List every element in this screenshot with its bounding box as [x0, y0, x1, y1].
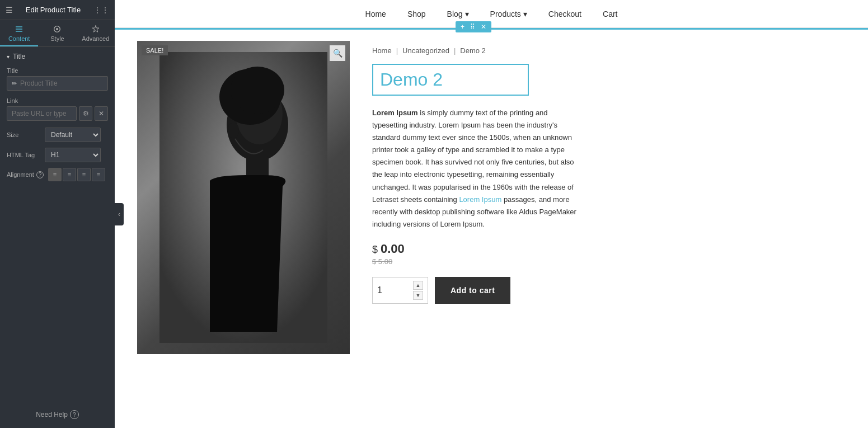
grid-icon[interactable]: ⋮⋮	[93, 6, 109, 15]
svg-point-7	[231, 67, 284, 114]
link-remove-btn[interactable]: ✕	[95, 106, 108, 121]
old-price: $ 5.00	[372, 257, 846, 266]
nav-shop[interactable]: Shop	[405, 10, 428, 18]
title-field: Title ✏	[0, 65, 115, 95]
breadcrumb-sep-2: |	[454, 46, 456, 55]
add-to-cart-row: 1 ▲ ▼ Add to cart	[372, 277, 846, 304]
title-label: Title	[7, 67, 108, 74]
nav-home[interactable]: Home	[363, 10, 388, 18]
title-input[interactable]	[20, 79, 103, 87]
bar-plus-btn[interactable]: +	[459, 22, 466, 31]
qty-increment-btn[interactable]: ▲	[413, 281, 423, 290]
svg-point-1	[56, 28, 58, 30]
align-left-btn[interactable]: ≡	[48, 168, 62, 181]
product-image	[137, 41, 350, 354]
product-image-area: SALE! 🔍	[137, 41, 350, 417]
tab-advanced[interactable]: Advanced	[77, 20, 115, 46]
quantity-stepper: 1 ▲ ▼	[372, 277, 428, 304]
tab-content[interactable]: Content	[0, 20, 38, 46]
blue-bar-controls: + ⠿ ✕	[456, 21, 491, 32]
breadcrumb-sep-1: |	[396, 46, 398, 55]
need-help[interactable]: Need Help ?	[0, 401, 115, 428]
nav-checkout[interactable]: Checkout	[546, 10, 584, 18]
product-title-box[interactable]: Demo 2	[372, 64, 529, 96]
nav-cart[interactable]: Cart	[600, 10, 620, 18]
qty-spinners: ▲ ▼	[413, 281, 423, 300]
sidebar-header: ☰ Edit Product Title ⋮⋮	[0, 0, 115, 20]
page-content: SALE! 🔍	[115, 30, 868, 428]
lorem-link[interactable]: Lorem Ipsum	[459, 195, 501, 204]
qty-decrement-btn[interactable]: ▼	[413, 291, 423, 300]
help-icon: ?	[70, 410, 79, 419]
breadcrumb: Home | Uncategorized | Demo 2	[372, 46, 846, 55]
section-title[interactable]: ▾ Title	[0, 47, 115, 65]
title-input-wrapper: ✏	[7, 76, 108, 91]
align-right-btn[interactable]: ≡	[77, 168, 91, 181]
bar-close-btn[interactable]: ✕	[479, 22, 488, 31]
hamburger-icon[interactable]: ☰	[6, 6, 13, 15]
size-select[interactable]: Default	[45, 128, 101, 142]
product-title: Demo 2	[380, 69, 521, 90]
nav-blog[interactable]: Blog ▾	[445, 10, 471, 18]
size-row: Size Default	[0, 125, 115, 145]
link-input-wrapper	[7, 106, 77, 121]
align-justify-btn[interactable]: ≡	[92, 168, 105, 181]
sale-badge: SALE!	[142, 45, 168, 55]
size-label: Size	[7, 131, 40, 138]
pencil-icon: ✏	[12, 80, 17, 87]
html-tag-select[interactable]: H1	[45, 148, 101, 162]
alignment-info-icon: ?	[36, 171, 44, 178]
sidebar: ☰ Edit Product Title ⋮⋮ Content Style Ad…	[0, 0, 115, 428]
bar-move-btn[interactable]: ⠿	[468, 22, 477, 31]
breadcrumb-category[interactable]: Uncategorized	[402, 46, 449, 55]
breadcrumb-current: Demo 2	[460, 46, 486, 55]
align-buttons: ≡ ≡ ≡ ≡	[48, 168, 105, 181]
price-row: $ 0.00 $ 5.00	[372, 242, 846, 266]
sidebar-tabs: Content Style Advanced	[0, 20, 115, 47]
description-strong: Lorem Ipsum	[372, 109, 418, 117]
blog-dropdown-icon: ▾	[465, 10, 469, 18]
link-input[interactable]	[12, 110, 72, 117]
top-nav: Home Shop Blog ▾ Products ▾ Checkout Car…	[115, 0, 868, 28]
product-description: Lorem Ipsum is simply dummy text of the …	[372, 107, 585, 231]
blue-bar: + ⠿ ✕	[115, 28, 868, 30]
breadcrumb-home[interactable]: Home	[372, 46, 392, 55]
html-tag-row: HTML Tag H1	[0, 145, 115, 166]
price-value: 0.00	[381, 242, 405, 256]
link-input-row: ⚙ ✕	[7, 106, 108, 121]
products-dropdown-icon: ▾	[523, 10, 527, 18]
sidebar-title: Edit Product Title	[26, 6, 81, 14]
qty-value: 1	[377, 285, 382, 295]
collapse-sidebar-btn[interactable]: ‹	[115, 203, 124, 225]
product-info-area: Home | Uncategorized | Demo 2 Demo 2 Lor…	[372, 41, 846, 417]
alignment-row: Alignment ? ≡ ≡ ≡ ≡	[0, 166, 115, 186]
dollar-sign: $	[372, 244, 381, 255]
main-content: Home Shop Blog ▾ Products ▾ Checkout Car…	[115, 0, 868, 428]
link-field: Link ⚙ ✕	[0, 95, 115, 125]
alignment-label: Alignment ?	[7, 171, 44, 178]
add-to-cart-button[interactable]: Add to cart	[435, 277, 510, 304]
html-tag-label: HTML Tag	[7, 152, 40, 158]
svg-point-8	[228, 123, 239, 138]
section-arrow: ▾	[7, 54, 10, 60]
link-label: Link	[7, 97, 108, 104]
current-price: $ 0.00	[372, 242, 846, 256]
link-settings-btn[interactable]: ⚙	[79, 106, 92, 121]
tab-style[interactable]: Style	[38, 20, 76, 46]
description-text: is simply dummy text of the printing and…	[372, 109, 576, 228]
align-center-btn[interactable]: ≡	[63, 168, 76, 181]
nav-products[interactable]: Products ▾	[488, 10, 529, 18]
zoom-icon[interactable]: 🔍	[330, 45, 345, 61]
